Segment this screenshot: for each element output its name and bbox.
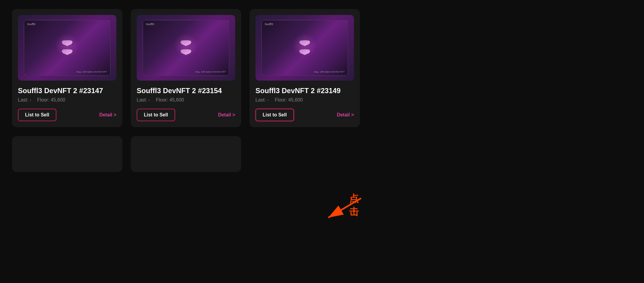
nft-image-3: Souffl3 — [255, 15, 354, 81]
nft-card-inner-2: Souffl3 — [143, 20, 229, 76]
detail-link-1[interactable]: Detail > — [99, 112, 116, 118]
nft-card-2: Souffl3 — [131, 9, 241, 127]
list-to-sell-btn-2[interactable]: List to Sell — [137, 109, 175, 121]
souffl3-logo-1 — [61, 39, 74, 56]
card-bottom-label-2: Aug. 12th Aptos DevNet NFT — [195, 70, 226, 73]
souffl3-logo-svg-1 — [61, 39, 74, 56]
nft-card-1: Souffl3 — [12, 9, 122, 127]
card-top-label-1: Souffl3 — [27, 23, 36, 26]
annotation-arrow — [319, 192, 367, 222]
last-price-1: Last: - — [18, 97, 31, 103]
partial-card-1 — [12, 136, 122, 172]
nft-meta-3: Last: - Floor: 45,600 — [255, 97, 354, 103]
detail-link-3[interactable]: Detail > — [337, 112, 354, 118]
nft-actions-2: List to Sell Detail > — [137, 109, 235, 121]
nft-grid: Souffl3 — [0, 0, 644, 136]
nft-actions-1: List to Sell Detail > — [18, 109, 116, 121]
dianji-label: 点击 — [349, 192, 367, 219]
bottom-partial-cards — [0, 136, 644, 172]
souffl3-logo-svg-2 — [179, 39, 192, 56]
card-top-label-3: Souffl3 — [265, 23, 273, 26]
detail-link-2[interactable]: Detail > — [218, 112, 235, 118]
last-price-3: Last: - — [255, 97, 269, 103]
list-to-sell-btn-1[interactable]: List to Sell — [18, 109, 56, 121]
nft-meta-2: Last: - Floor: 45,600 — [137, 97, 235, 103]
card-top-label-2: Souffl3 — [146, 23, 154, 26]
annotation-container: 点击 — [319, 192, 367, 223]
nft-card-inner-1: Souffl3 — [24, 20, 110, 76]
nft-image-1: Souffl3 — [18, 15, 116, 81]
nft-actions-3: List to Sell Detail > — [255, 109, 354, 121]
card-bottom-label-3: Aug. 12th Aptos DevNet NFT — [314, 70, 345, 73]
floor-price-3: Floor: 45,600 — [275, 97, 303, 103]
nft-meta-1: Last: - Floor: 45,600 — [18, 97, 116, 103]
floor-price-2: Floor: 45,600 — [156, 97, 184, 103]
souffl3-logo-2 — [179, 39, 192, 56]
list-to-sell-btn-3[interactable]: List to Sell — [255, 109, 294, 121]
nft-title-2: Souffl3 DevNFT 2 #23154 — [137, 87, 235, 95]
nft-image-2: Souffl3 — [137, 15, 235, 81]
svg-line-1 — [328, 198, 361, 218]
floor-price-1: Floor: 45,600 — [37, 97, 65, 103]
partial-card-2 — [131, 136, 241, 172]
nft-title-1: Souffl3 DevNFT 2 #23147 — [18, 87, 116, 95]
nft-card-3: Souffl3 — [249, 9, 360, 127]
page-content: Souffl3 — [0, 0, 644, 172]
souffl3-logo-svg-3 — [298, 39, 311, 56]
nft-title-3: Souffl3 DevNFT 2 #23149 — [255, 87, 354, 95]
last-price-2: Last: - — [137, 97, 150, 103]
nft-card-inner-3: Souffl3 — [261, 20, 348, 76]
souffl3-logo-3 — [298, 39, 311, 56]
card-bottom-label-1: Aug. 12th Aptos DevNet NFT — [76, 70, 107, 73]
